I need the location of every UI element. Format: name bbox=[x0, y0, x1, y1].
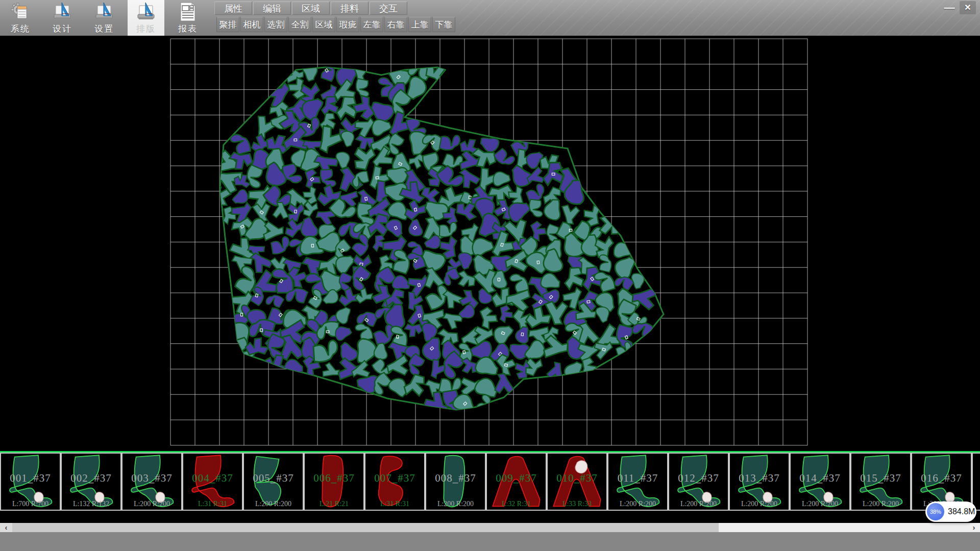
piece-shape bbox=[62, 454, 120, 510]
piece-shape bbox=[122, 454, 181, 510]
piece-shape bbox=[730, 454, 789, 510]
tool-region[interactable]: 区域 bbox=[312, 17, 335, 32]
app-tabs: 系统 设计 bbox=[2, 0, 206, 36]
piece-shape bbox=[548, 454, 606, 510]
thumb-cell[interactable]: 015_#37L:200 R:200 bbox=[850, 453, 911, 511]
nesting-canvas[interactable] bbox=[0, 36, 980, 451]
toolbar: 系统 设计 bbox=[0, 0, 980, 36]
app-tab-label: 报表 bbox=[178, 23, 198, 35]
piece-shape bbox=[791, 454, 849, 510]
thumb-cell[interactable]: 011_#37L:200 R:200 bbox=[607, 453, 668, 511]
piece-shape bbox=[608, 454, 667, 510]
app-tab-system[interactable]: 系统 bbox=[2, 0, 39, 36]
design-setsquare-icon bbox=[52, 2, 72, 22]
piece-shape bbox=[365, 454, 424, 510]
piece-shape bbox=[183, 454, 242, 510]
thumb-cell[interactable]: 014_#37L:200 R:200 bbox=[790, 453, 850, 511]
app-tab-label: 排版 bbox=[136, 23, 156, 35]
thumb-cell[interactable]: 001_#37L:700 R:700 bbox=[0, 453, 61, 511]
tool-align-right[interactable]: 右靠 bbox=[384, 17, 407, 32]
piece-shape bbox=[851, 454, 910, 510]
tool-defect[interactable]: 瑕疵 bbox=[336, 17, 359, 32]
piece-shape bbox=[487, 454, 546, 510]
app-tab-label: 系统 bbox=[11, 23, 30, 35]
app-tab-label: 设计 bbox=[53, 23, 72, 35]
tool-select-cut[interactable]: 选割 bbox=[264, 17, 287, 32]
app-tab-settings[interactable]: 设置 bbox=[86, 0, 122, 36]
layout-setsquare-icon bbox=[136, 2, 156, 22]
app-tab-report[interactable]: 报表 bbox=[169, 0, 206, 36]
thumb-cell[interactable]: 010_#37L:33 R:33 bbox=[547, 453, 607, 511]
usage-percent-badge: 38% bbox=[927, 503, 944, 520]
close-button[interactable]: × bbox=[960, 1, 976, 14]
menu-edit[interactable]: 编辑 bbox=[253, 2, 291, 15]
menu-properties[interactable]: 属性 bbox=[214, 2, 252, 15]
report-document-icon bbox=[178, 2, 198, 22]
tool-cut-all[interactable]: 全割 bbox=[288, 17, 311, 32]
menu-interact[interactable]: 交互 bbox=[370, 2, 407, 15]
piece-shape bbox=[244, 454, 303, 510]
app-tab-label: 设置 bbox=[94, 23, 114, 35]
thumb-cell[interactable]: 009_#37L:32 R:31 bbox=[486, 453, 547, 511]
status-footer bbox=[0, 532, 980, 551]
thumb-cell[interactable]: 005_#37L:200 R:200 bbox=[243, 453, 304, 511]
scrollbar-thumb[interactable] bbox=[12, 523, 719, 532]
piece-shape bbox=[1, 454, 60, 510]
window-controls: — × bbox=[941, 1, 976, 14]
thumb-cell[interactable]: 013_#37L:200 R:200 bbox=[729, 453, 790, 511]
memory-status-badge: 38% 384.8M bbox=[925, 502, 976, 522]
horizontal-scrollbar[interactable]: ‹ › bbox=[0, 523, 980, 532]
memory-value: 384.8M bbox=[948, 502, 975, 522]
menu-nesting[interactable]: 排料 bbox=[331, 2, 369, 15]
piece-shape bbox=[305, 454, 363, 510]
thumb-cell[interactable]: 007_#37L:31 R:31 bbox=[364, 453, 425, 511]
thumb-cell[interactable]: 004_#37L:31 R:31 bbox=[182, 453, 243, 511]
tool-align-bottom[interactable]: 下靠 bbox=[432, 17, 455, 32]
scroll-right-arrow-icon[interactable]: › bbox=[968, 523, 980, 532]
toolbar-hatch bbox=[459, 0, 980, 36]
thumb-cell[interactable]: 002_#37L:132 R:132 bbox=[61, 453, 121, 511]
tool-bar: 聚排 相机 选割 全割 区域 瑕疵 左靠 右靠 上靠 下靠 bbox=[216, 17, 455, 32]
app-tab-layout[interactable]: 排版 bbox=[128, 0, 164, 36]
application-window: 系统 设计 bbox=[0, 0, 980, 551]
menu-region[interactable]: 区域 bbox=[292, 2, 330, 15]
menu-bar: 属性 编辑 区域 排料 交互 bbox=[214, 2, 407, 15]
tool-align-left[interactable]: 左靠 bbox=[360, 17, 383, 32]
settings-setsquare-icon bbox=[94, 2, 114, 22]
tool-align-top[interactable]: 上靠 bbox=[408, 17, 431, 32]
tool-camera[interactable]: 相机 bbox=[240, 17, 263, 32]
thumb-cell[interactable]: 012_#37L:200 R:200 bbox=[668, 453, 729, 511]
system-gear-icon bbox=[10, 2, 31, 22]
thumb-cell[interactable]: 006_#37L:21 R:21 bbox=[304, 453, 364, 511]
piece-thumbnail-strip: 001_#37L:700 R:700002_#37L:132 R:132003_… bbox=[0, 453, 980, 511]
piece-shape bbox=[426, 454, 485, 510]
minimize-button[interactable]: — bbox=[941, 1, 958, 14]
thumb-cell[interactable]: 008_#37L:200 R:200 bbox=[425, 453, 486, 511]
tool-cluster-nest[interactable]: 聚排 bbox=[216, 17, 239, 32]
thumb-cell[interactable]: 003_#37L:200 R:200 bbox=[121, 453, 182, 511]
scroll-left-arrow-icon[interactable]: ‹ bbox=[0, 523, 12, 532]
piece-shape bbox=[669, 454, 728, 510]
app-tab-design[interactable]: 设计 bbox=[44, 0, 81, 36]
